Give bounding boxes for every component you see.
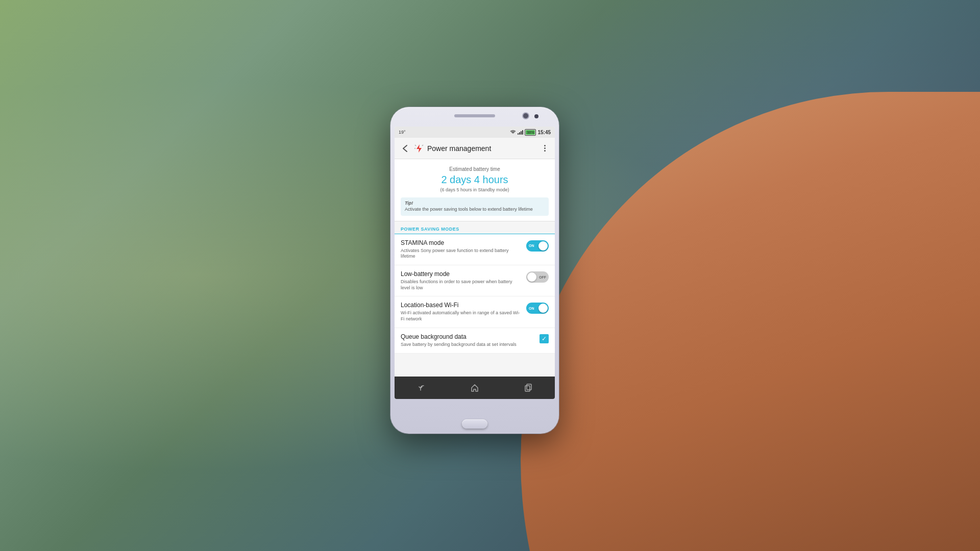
svg-rect-5: [527, 384, 531, 390]
location-wifi-title: Location-based Wi-Fi: [401, 302, 522, 309]
stamina-toggle-label: ON: [529, 244, 534, 247]
stamina-text: STAMINA mode Activates Sony power save f…: [401, 239, 522, 260]
low-battery-desc: Disables functions in order to save powe…: [401, 279, 522, 291]
overflow-dot-2: [544, 147, 546, 149]
nav-back-icon: [416, 383, 426, 392]
tip-title: Tip!: [405, 201, 545, 206]
signal-bar-4: [522, 130, 523, 135]
setting-item-location-wifi: Location-based Wi-Fi Wi-Fi activated aut…: [395, 296, 555, 328]
svg-line-2: [422, 145, 423, 146]
checkbox-checkmark: ✓: [542, 335, 547, 342]
battery-card: Estimated battery time 2 days 4 hours (6…: [395, 159, 555, 221]
signal-bar-3: [521, 131, 522, 135]
scroll-content[interactable]: Estimated battery time 2 days 4 hours (6…: [395, 159, 555, 399]
svg-marker-0: [416, 144, 422, 153]
battery-indicator: 98%: [525, 129, 536, 136]
svg-line-1: [415, 145, 416, 146]
signal-bars: [518, 130, 523, 135]
overflow-dot-1: [544, 145, 546, 146]
back-button[interactable]: [399, 142, 411, 155]
low-battery-control[interactable]: OFF: [526, 271, 549, 283]
overflow-dot-3: [544, 150, 546, 152]
setting-item-low-battery: Low-battery mode Disables functions in o…: [395, 265, 555, 296]
phone-sensor: [534, 114, 538, 118]
app-title: Power management: [427, 144, 538, 153]
nav-recents-icon: [524, 383, 533, 392]
location-wifi-text: Location-based Wi-Fi Wi-Fi activated aut…: [401, 302, 522, 322]
nav-home-button[interactable]: [464, 378, 485, 398]
back-icon: [402, 144, 408, 153]
setting-item-stamina: STAMINA mode Activates Sony power save f…: [395, 234, 555, 265]
section-header-power-saving: POWER SAVING MODES: [395, 221, 555, 234]
queue-background-control[interactable]: ✓: [540, 334, 549, 343]
battery-standby: (6 days 5 hours in Standby mode): [401, 187, 549, 192]
stamina-control[interactable]: ON: [526, 240, 549, 252]
location-wifi-desc: Wi-Fi activated automatically when in ra…: [401, 310, 522, 322]
queue-background-desc: Save battery by sending background data …: [401, 342, 535, 348]
phone-screen: 19°: [395, 127, 555, 399]
home-button-physical[interactable]: [462, 419, 487, 429]
nav-home-icon: [470, 383, 479, 392]
location-wifi-toggle-label: ON: [529, 307, 534, 310]
hand: [521, 92, 980, 551]
tip-box: Tip! Activate the power saving tools bel…: [401, 197, 549, 216]
status-bar: 19°: [395, 127, 555, 138]
status-right: 98% 15:45: [510, 129, 551, 136]
queue-background-title: Queue background data: [401, 333, 535, 340]
stamina-toggle-on[interactable]: ON: [526, 240, 549, 252]
queue-background-text: Queue background data Save battery by se…: [401, 333, 535, 348]
nav-bar: [395, 377, 555, 399]
signal-bar-1: [518, 133, 519, 135]
scene: 19°: [0, 0, 980, 551]
low-battery-title: Low-battery mode: [401, 270, 522, 278]
svg-rect-4: [525, 386, 530, 391]
stamina-desc: Activates Sony power save function to ex…: [401, 248, 522, 260]
queue-background-checkbox[interactable]: ✓: [540, 334, 549, 343]
stamina-title: STAMINA mode: [401, 239, 522, 246]
status-temperature: 19°: [399, 130, 406, 135]
low-battery-toggle-off[interactable]: OFF: [526, 271, 549, 283]
phone-speaker: [454, 114, 495, 117]
battery-label: Estimated battery time: [401, 166, 549, 172]
overflow-menu-button[interactable]: [538, 142, 551, 155]
status-time: 15:45: [537, 130, 551, 135]
wifi-icon: [510, 130, 516, 135]
location-wifi-control[interactable]: ON: [526, 303, 549, 314]
tip-text: Activate the power saving tools below to…: [405, 207, 545, 213]
phone-camera: [523, 113, 528, 118]
power-management-icon: [414, 143, 424, 154]
nav-recents-button[interactable]: [518, 378, 538, 398]
phone-body: 19°: [390, 107, 559, 434]
low-battery-toggle-label: OFF: [539, 276, 546, 279]
nav-back-button[interactable]: [411, 378, 431, 398]
low-battery-text: Low-battery mode Disables functions in o…: [401, 270, 522, 291]
app-bar: Power management: [395, 138, 555, 159]
setting-item-queue-background: Queue background data Save battery by se…: [395, 328, 555, 354]
phone-container: 19°: [390, 107, 559, 434]
lightning-icon: [414, 144, 424, 153]
battery-time-value: 2 days 4 hours: [401, 174, 549, 186]
location-wifi-toggle-on[interactable]: ON: [526, 303, 549, 314]
battery-percent: 98%: [527, 131, 534, 134]
signal-bar-2: [519, 132, 520, 135]
